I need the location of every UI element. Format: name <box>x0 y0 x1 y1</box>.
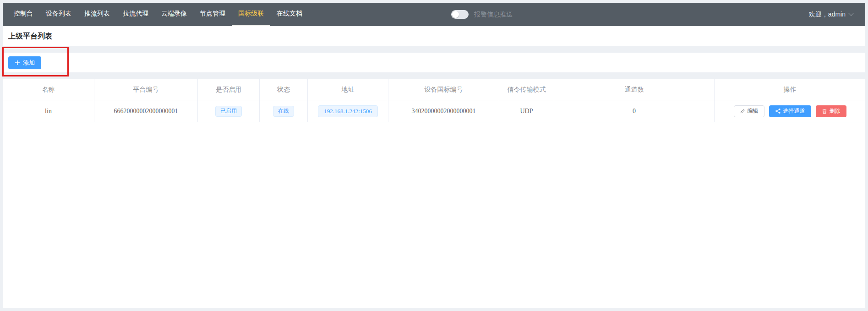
trash-icon <box>822 109 827 114</box>
gb-device-id: 34020000002000000001 <box>412 108 476 115</box>
status-badge: 在线 <box>273 106 294 117</box>
cell-address: 192.168.1.242:1506 <box>308 100 388 122</box>
nav-item-device-list[interactable]: 设备列表 <box>39 3 78 26</box>
delete-button[interactable]: 删除 <box>816 105 846 117</box>
row-actions: 编辑 选择通道 删除 <box>734 105 846 117</box>
enabled-badge: 已启用 <box>215 106 242 117</box>
nav-menu: 控制台 设备列表 推流列表 拉流代理 云端录像 节点管理 国标级联 在线文档 <box>7 3 309 26</box>
edit-button-label: 编辑 <box>748 107 759 115</box>
share-icon <box>775 108 781 114</box>
address-chip[interactable]: 192.168.1.242:1506 <box>318 105 377 117</box>
signaling-mode: UDP <box>520 108 533 115</box>
select-channel-button[interactable]: 选择通道 <box>769 105 811 117</box>
nav-item-pull-proxy[interactable]: 拉流代理 <box>116 3 155 26</box>
table-row: lin 66620000002000000001 已启用 在线 192.168.… <box>3 100 865 122</box>
col-header-name: 名称 <box>3 79 94 100</box>
col-header-platform-id: 平台编号 <box>94 79 198 100</box>
chevron-down-icon <box>849 11 853 16</box>
platform-table: 名称 平台编号 是否启用 状态 地址 设备国标编号 信令传输模式 通道数 操作 … <box>3 79 865 122</box>
page-title: 上级平台列表 <box>8 32 52 41</box>
alarm-push-toggle[interactable] <box>451 10 469 19</box>
table-header-row: 名称 平台编号 是否启用 状态 地址 设备国标编号 信令传输模式 通道数 操作 <box>3 79 865 100</box>
delete-button-label: 删除 <box>830 107 841 115</box>
cell-status: 在线 <box>260 100 308 122</box>
edit-button[interactable]: 编辑 <box>734 105 764 117</box>
cell-channel-count: 0 <box>554 100 715 122</box>
welcome-label: 欢迎，admin <box>809 11 846 19</box>
nav-item-console[interactable]: 控制台 <box>7 3 39 26</box>
col-header-status: 状态 <box>260 79 308 100</box>
alarm-push-group: 报警信息推送 <box>451 3 513 26</box>
col-header-address: 地址 <box>308 79 388 100</box>
col-header-channel-count: 通道数 <box>554 79 715 100</box>
cell-gb-device-id: 34020000002000000001 <box>388 100 499 122</box>
nav-item-online-docs[interactable]: 在线文档 <box>270 3 309 26</box>
add-button-label: 添加 <box>23 59 35 67</box>
nav-item-cloud-record[interactable]: 云端录像 <box>155 3 193 26</box>
plus-icon <box>15 60 20 65</box>
cell-signaling-mode: UDP <box>499 100 554 122</box>
cell-actions: 编辑 选择通道 删除 <box>715 100 865 122</box>
toolbar: 添加 <box>3 53 865 72</box>
platform-table-card: 名称 平台编号 是否启用 状态 地址 设备国标编号 信令传输模式 通道数 操作 … <box>3 79 865 308</box>
select-channel-label: 选择通道 <box>783 107 805 115</box>
alarm-push-label: 报警信息推送 <box>474 11 513 19</box>
cell-enabled: 已启用 <box>198 100 260 122</box>
toggle-knob <box>452 11 459 18</box>
channel-count: 0 <box>633 108 636 115</box>
nav-item-node-manage[interactable]: 节点管理 <box>193 3 232 26</box>
col-header-enabled: 是否启用 <box>198 79 260 100</box>
col-header-gb-device-id: 设备国标编号 <box>388 79 499 100</box>
top-navbar: 控制台 设备列表 推流列表 拉流代理 云端录像 节点管理 国标级联 在线文档 报… <box>3 3 865 26</box>
title-band: 上级平台列表 <box>3 26 865 46</box>
user-menu[interactable]: 欢迎，admin <box>809 3 853 26</box>
cell-platform-id: 66620000002000000001 <box>94 100 198 122</box>
platform-id: 66620000002000000001 <box>114 108 178 115</box>
page: 控制台 设备列表 推流列表 拉流代理 云端录像 节点管理 国标级联 在线文档 报… <box>0 0 868 311</box>
col-header-signaling-mode: 信令传输模式 <box>499 79 554 100</box>
platform-name: lin <box>45 108 52 115</box>
cell-name: lin <box>3 100 94 122</box>
pencil-icon <box>740 109 745 114</box>
col-header-actions: 操作 <box>715 79 865 100</box>
nav-item-gb-cascade[interactable]: 国标级联 <box>232 3 270 26</box>
nav-item-push-list[interactable]: 推流列表 <box>78 3 116 26</box>
add-button[interactable]: 添加 <box>8 56 41 69</box>
